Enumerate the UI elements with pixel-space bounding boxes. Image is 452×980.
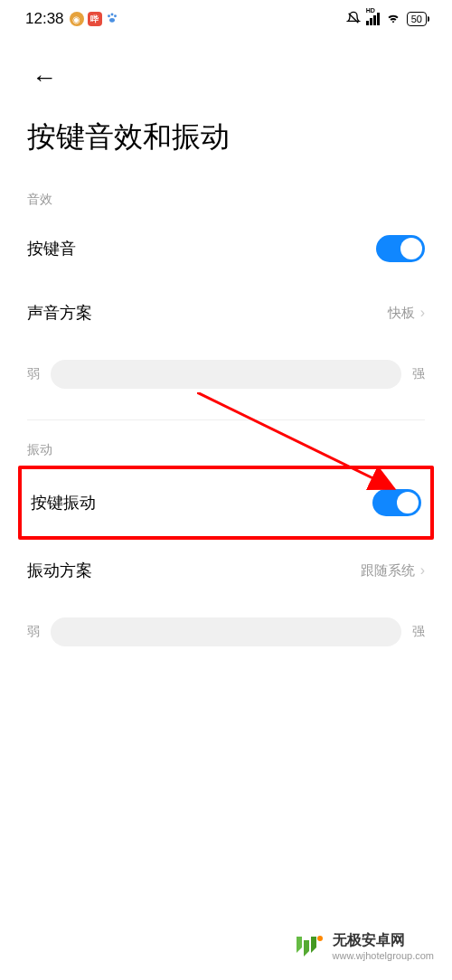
svg-point-3 xyxy=(109,18,115,23)
section-label-vibration: 振动 xyxy=(0,435,452,466)
status-right: HD 50 xyxy=(346,11,427,28)
section-label-sound: 音效 xyxy=(0,184,452,215)
vibration-slider-max: 强 xyxy=(412,624,425,640)
weibo-icon: ◉ xyxy=(70,12,84,26)
watermark-logo-icon xyxy=(293,929,325,962)
vibration-slider[interactable] xyxy=(51,617,401,646)
status-left: 12:38 ◉ 哔 xyxy=(25,10,118,28)
sound-slider-row: 弱 强 xyxy=(0,344,452,405)
key-sound-toggle[interactable] xyxy=(376,235,425,262)
vibration-slider-row: 弱 强 xyxy=(0,601,452,663)
watermark-title: 无极安卓网 xyxy=(333,931,435,950)
sound-slider-max: 强 xyxy=(412,366,425,382)
app-notification-icon: 哔 xyxy=(88,12,102,26)
back-arrow-icon: ← xyxy=(32,63,57,91)
watermark-text: 无极安卓网 www.wjhotelgroup.com xyxy=(333,931,435,961)
vibration-slider-min: 弱 xyxy=(27,624,40,640)
sound-scheme-value-wrap: 快板 › xyxy=(388,305,425,322)
bell-muted-icon xyxy=(346,11,361,28)
highlight-annotation: 按键振动 xyxy=(18,466,434,540)
vibration-scheme-value-wrap: 跟随系统 › xyxy=(361,562,425,580)
page-title: 按键音效和振动 xyxy=(0,101,452,184)
divider xyxy=(27,419,425,420)
watermark: 无极安卓网 www.wjhotelgroup.com xyxy=(293,929,435,962)
sound-slider[interactable] xyxy=(51,360,401,389)
sound-scheme-label: 声音方案 xyxy=(27,302,92,324)
chevron-right-icon: › xyxy=(420,305,425,321)
svg-point-1 xyxy=(110,13,113,15)
svg-point-0 xyxy=(108,14,110,17)
key-vibration-toggle[interactable] xyxy=(372,489,421,516)
battery-icon: 50 xyxy=(407,12,427,26)
wifi-icon xyxy=(385,12,401,27)
back-button[interactable]: ← xyxy=(0,36,452,101)
key-sound-label: 按键音 xyxy=(27,238,76,259)
svg-point-2 xyxy=(114,14,117,17)
status-time: 12:38 xyxy=(25,10,64,28)
signal-icon: HD xyxy=(366,13,380,25)
vibration-scheme-value: 跟随系统 xyxy=(361,562,415,580)
watermark-url: www.wjhotelgroup.com xyxy=(333,950,435,961)
svg-point-6 xyxy=(317,936,323,941)
key-sound-row[interactable]: 按键音 xyxy=(0,215,452,282)
vibration-scheme-label: 振动方案 xyxy=(27,560,92,581)
status-bar: 12:38 ◉ 哔 HD 50 xyxy=(0,0,452,36)
chevron-right-icon: › xyxy=(420,562,425,579)
vibration-scheme-row[interactable]: 振动方案 跟随系统 › xyxy=(0,540,452,601)
paw-icon xyxy=(106,12,118,27)
key-vibration-label: 按键振动 xyxy=(31,492,96,514)
sound-slider-min: 弱 xyxy=(27,366,40,382)
status-notification-icons: ◉ 哔 xyxy=(70,12,118,27)
sound-scheme-row[interactable]: 声音方案 快板 › xyxy=(0,282,452,344)
sound-scheme-value: 快板 xyxy=(388,305,415,322)
key-vibration-row[interactable]: 按键振动 xyxy=(22,469,430,536)
